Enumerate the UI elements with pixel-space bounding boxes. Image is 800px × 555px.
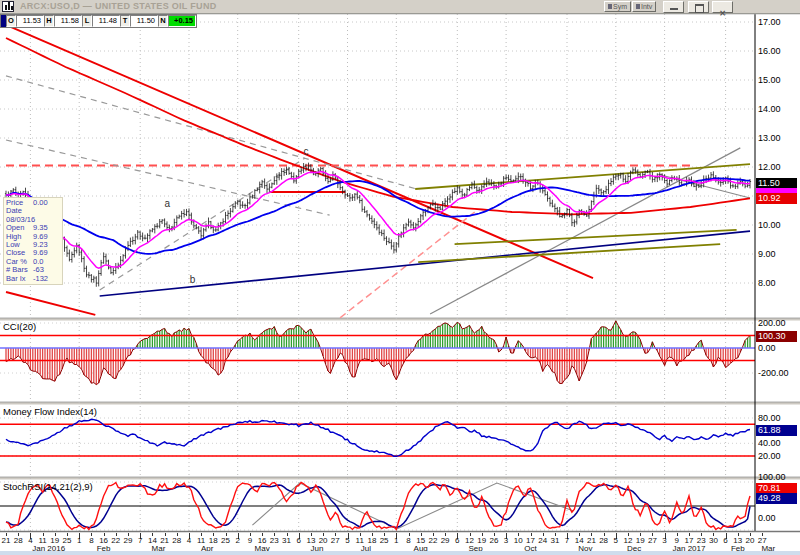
time-tick-label: 27	[331, 536, 340, 545]
axis-value-flag: 49.28	[756, 493, 797, 504]
axis-label: 15.00	[758, 75, 781, 85]
time-tick-label: 6	[296, 536, 300, 545]
time-tick-label: 22	[111, 536, 120, 545]
window-title: ARCX:USO,D — UNITED STATES OIL FUND	[20, 1, 217, 11]
time-tick-label: 3	[504, 536, 508, 545]
quote-field-value-H: 11.58	[54, 15, 82, 27]
quote-field-value-O: 11.53	[16, 15, 44, 27]
axis-label: 17.00	[758, 17, 781, 27]
time-tick-label: 29	[124, 536, 133, 545]
data-window-tooltip: Price0.00Date08/03/16Open9.35High9.69Low…	[3, 197, 63, 285]
time-tick-label: 7	[138, 536, 142, 545]
quote-field-label-T: T	[120, 15, 130, 27]
axis-label: 0.00	[758, 513, 776, 523]
time-tick-label: 6	[723, 536, 727, 545]
time-tick-label: 3	[662, 536, 666, 545]
quote-field-value-L: 11.48	[92, 15, 120, 27]
time-tick-label: 31	[550, 536, 559, 545]
time-tick-label: 6	[455, 536, 459, 545]
time-tick-label: 25	[380, 536, 389, 545]
mfi-panel-title: Money Flow Index(14)	[3, 406, 97, 417]
axis-label: 10.00	[758, 220, 781, 230]
axis-label: 13.00	[758, 133, 781, 143]
time-tick-label: 5	[345, 536, 349, 545]
time-tick-label: 5	[614, 536, 618, 545]
axis-label: 20.00	[758, 451, 781, 461]
time-tick-label: 28	[14, 536, 23, 545]
title-bar[interactable]: ARCX:USO,D — UNITED STATES OIL FUND Sym …	[0, 0, 800, 14]
axis-label: 40.00	[758, 438, 781, 448]
intv-icon	[636, 4, 640, 9]
time-tick-label: 29	[441, 536, 450, 545]
time-tick-label: 28	[599, 536, 608, 545]
time-tick-label: 30	[709, 536, 718, 545]
quote-field-value-N: +0.15	[168, 15, 196, 27]
restore-icon	[695, 4, 704, 13]
time-tick-label: 1	[394, 536, 398, 545]
svg-text:b: b	[190, 274, 196, 285]
time-tick-label: 10	[514, 536, 523, 545]
minimize-button[interactable]	[663, 1, 684, 13]
time-tick-label: 7	[565, 536, 569, 545]
sym-button[interactable]: Sym	[604, 1, 631, 12]
quote-field-value-T: 11.50	[130, 15, 158, 27]
svg-text:c: c	[304, 146, 309, 157]
tooltip-row: Date08/03/16	[6, 207, 60, 224]
time-tick-label: 24	[538, 536, 547, 545]
time-tick-label: 27	[648, 536, 657, 545]
stochrsi-panel-title: StochRSI(14,21(2),9)	[3, 481, 93, 492]
bottom-strip	[0, 551, 800, 555]
axis-label: -200.00	[758, 368, 789, 378]
axis-label: 80.00	[758, 413, 781, 423]
minimize-icon	[670, 8, 678, 10]
axis-value-flag: 100.30	[756, 331, 797, 342]
cci-panel-title: CCI(20)	[3, 321, 36, 332]
time-tick-label: 26	[489, 536, 498, 545]
time-tick-label: 8	[89, 536, 93, 545]
close-icon: ✕	[719, 9, 726, 18]
axis-value-flag: 61.88	[756, 425, 797, 436]
intv-button[interactable]: Intv	[632, 1, 656, 12]
axis-label: 14.00	[758, 104, 781, 114]
svg-text:a: a	[165, 198, 171, 209]
time-tick-label: 23	[270, 536, 279, 545]
quote-field-label-N: N	[158, 15, 168, 27]
axis-label: 0.00	[758, 343, 776, 353]
quote-field-label-L: L	[82, 15, 92, 27]
close-button[interactable]: ✕	[712, 1, 733, 13]
time-tick-label: 21	[2, 536, 11, 545]
quote-field-label-H: H	[44, 15, 54, 27]
axis-label: 8.00	[758, 278, 776, 288]
quote-field-label-O: O	[6, 15, 16, 27]
time-tick-label: 22	[428, 536, 437, 545]
axis-label: 200.00	[758, 318, 786, 328]
axis-label: 100.00	[758, 472, 786, 482]
tooltip-row: Bar Ix-132	[6, 275, 60, 283]
time-tick-label: 8	[406, 536, 410, 545]
time-tick-label: 25	[221, 536, 230, 545]
chart-window: abc ARCX:USO,D — UNITED STATES OIL FUND …	[0, 0, 800, 555]
time-tick-label: 20	[746, 536, 755, 545]
chart-canvas: abc	[0, 0, 800, 555]
quote-bar: O11.53H11.58L11.48T11.50N+0.15	[0, 14, 197, 28]
axis-value-flag: 10.92	[756, 193, 797, 204]
axis-label: 9.00	[758, 249, 776, 259]
time-tick-label: 9	[248, 536, 252, 545]
axis-label: 16.00	[758, 46, 781, 56]
app-icon	[2, 1, 14, 12]
restore-button[interactable]	[688, 1, 709, 13]
time-tick-label: 28	[172, 536, 181, 545]
time-tick-label: 4	[187, 536, 191, 545]
axis-label: 12.00	[758, 162, 781, 172]
time-tick-label: 1	[77, 536, 81, 545]
time-tick-label: 31	[282, 536, 291, 545]
time-tick-label: 2	[235, 536, 239, 545]
sym-icon	[608, 4, 612, 9]
